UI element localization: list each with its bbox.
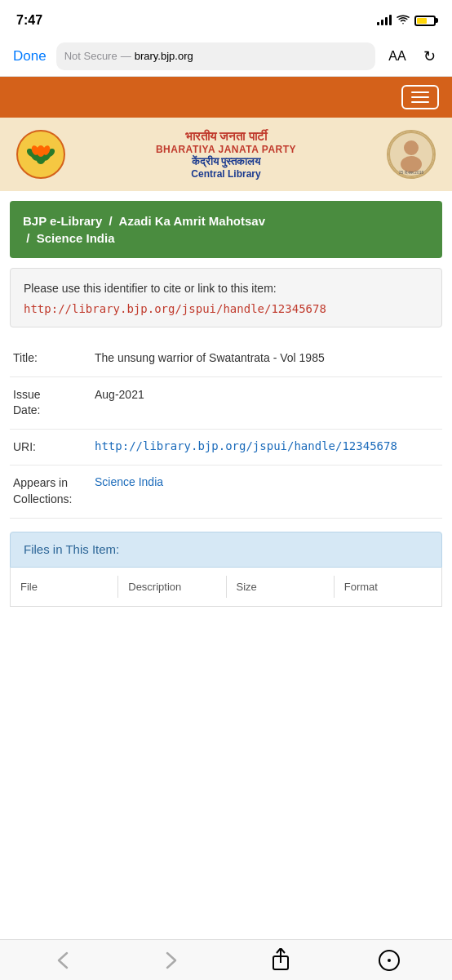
- forward-button[interactable]: [147, 944, 196, 977]
- wifi-icon: [397, 15, 410, 27]
- issue-date-value: Aug-2021: [95, 387, 439, 403]
- hamburger-line: [411, 96, 429, 98]
- files-header: Files in This Item:: [10, 532, 442, 568]
- files-column-headers: File Description Size Format: [10, 568, 442, 607]
- hamburger-line: [411, 91, 429, 93]
- logo-area: भारतीय जनता पार्टी BHARATIYA JANATA PART…: [0, 118, 452, 191]
- description-col-header: Description: [118, 576, 226, 598]
- breadcrumb-text: BJP e-Library / Azadi Ka Amrit Mahotsav …: [23, 212, 429, 247]
- status-time: 7:47: [16, 13, 42, 28]
- citation-label: Please use this identifier to cite or li…: [24, 280, 428, 297]
- person-portrait: 25 दिसंबर 2016: [387, 130, 436, 179]
- uri-label: URI:: [13, 439, 95, 456]
- battery-icon: [414, 16, 436, 26]
- status-bar: 7:47: [0, 0, 452, 36]
- english-title: BHARATIYA JANATA PARTY: [78, 144, 374, 155]
- share-button[interactable]: [256, 944, 305, 977]
- metadata-row-appears-in: Appears inCollections: Science India: [10, 466, 442, 518]
- browser-bar: Done Not Secure — brary.bjp.org AA ↻: [0, 36, 452, 77]
- hindi-title: भारतीय जनता पार्टी: [78, 129, 374, 144]
- compass-button[interactable]: [365, 944, 414, 977]
- citation-link[interactable]: http://library.bjp.org/jspui/handle/1234…: [24, 302, 428, 315]
- hindi-subtitle: केंद्रीय पुस्तकालय: [78, 155, 374, 168]
- svg-point-16: [388, 959, 391, 962]
- address-domain: brary.bjp.org: [135, 50, 193, 62]
- logo-text: भारतीय जनता पार्टी BHARATIYA JANATA PART…: [78, 129, 374, 180]
- hamburger-menu-button[interactable]: [401, 85, 439, 109]
- not-secure-label: Not Secure: [64, 50, 117, 62]
- text-size-button[interactable]: AA: [385, 49, 410, 64]
- status-icons: [377, 15, 436, 27]
- title-value: The unsung warrior of Swatantrata - Vol …: [95, 350, 439, 367]
- signal-bars-icon: [377, 16, 392, 25]
- hamburger-line: [411, 101, 429, 103]
- svg-text:25 दिसंबर 2016: 25 दिसंबर 2016: [399, 170, 424, 175]
- bjp-lotus-logo: [16, 130, 65, 179]
- site-header: [0, 77, 452, 118]
- bottom-navigation: [0, 939, 452, 980]
- citation-box: Please use this identifier to cite or li…: [10, 268, 442, 327]
- address-bar[interactable]: Not Secure — brary.bjp.org: [56, 42, 375, 70]
- file-col-header: File: [11, 576, 118, 598]
- central-library-label: Central Library: [78, 168, 374, 180]
- metadata-section: Title: The unsung warrior of Swatantrata…: [10, 341, 442, 519]
- breadcrumb: BJP e-Library / Azadi Ka Amrit Mahotsav …: [10, 201, 442, 258]
- uri-link[interactable]: http://library.bjp.org/jspui/handle/1234…: [95, 439, 397, 452]
- appears-in-label: Appears inCollections:: [13, 475, 95, 507]
- title-label: Title:: [13, 350, 95, 367]
- format-col-header: Format: [335, 576, 441, 598]
- files-section: Files in This Item: File Description Siz…: [10, 532, 442, 607]
- metadata-row-title: Title: The unsung warrior of Swatantrata…: [10, 341, 442, 377]
- svg-point-10: [404, 140, 419, 155]
- metadata-row-uri: URI: http://library.bjp.org/jspui/handle…: [10, 430, 442, 466]
- files-header-text: Files in This Item:: [24, 542, 119, 556]
- collection-link[interactable]: Science India: [95, 475, 163, 488]
- size-col-header: Size: [227, 576, 335, 598]
- address-separator: —: [121, 50, 131, 62]
- back-button[interactable]: [38, 944, 87, 977]
- issue-date-label: IssueDate:: [13, 387, 95, 419]
- metadata-row-issue-date: IssueDate: Aug-2021: [10, 377, 442, 430]
- refresh-button[interactable]: ↻: [419, 47, 439, 65]
- done-button[interactable]: Done: [13, 48, 47, 65]
